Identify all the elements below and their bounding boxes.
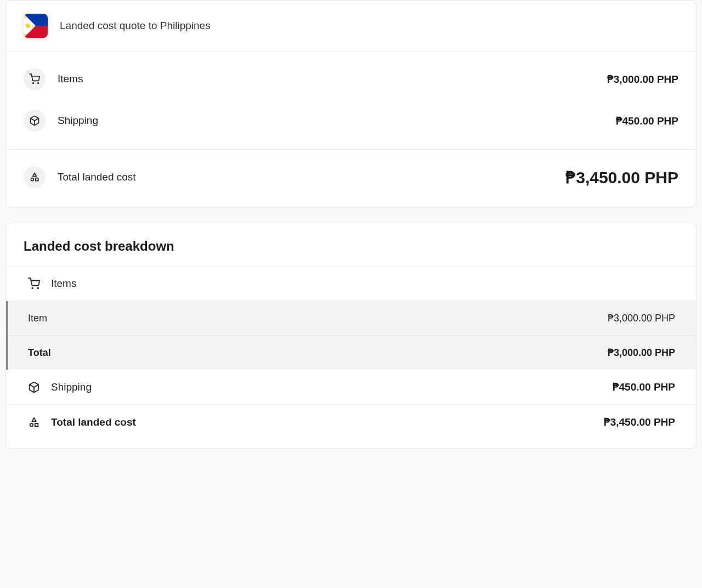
cart-icon xyxy=(24,68,46,90)
cart-icon xyxy=(28,278,40,290)
quote-header: Landed cost quote to Philippines xyxy=(6,1,696,52)
svg-marker-20 xyxy=(32,417,36,421)
items-subtotal-label: Total xyxy=(28,347,51,359)
items-group-header[interactable]: Items xyxy=(6,267,696,301)
items-subtotal-value: ₱3,000.00 PHP xyxy=(608,347,675,359)
summary-label: Shipping xyxy=(58,115,98,127)
shipping-value: ₱450.00 PHP xyxy=(613,381,675,393)
package-icon xyxy=(24,110,46,132)
svg-point-12 xyxy=(38,83,39,84)
svg-rect-16 xyxy=(36,178,38,181)
summary-row-items: Items ₱3,000.00 PHP xyxy=(6,58,696,100)
items-group-label: Items xyxy=(51,278,76,290)
svg-point-18 xyxy=(37,287,38,289)
total-landed-label: Total landed cost xyxy=(51,416,136,428)
total-row: Total landed cost ₱3,450.00 PHP xyxy=(6,150,696,207)
breakdown-title: Landed cost breakdown xyxy=(6,223,696,267)
items-sub-table: Item ₱3,000.00 PHP Total ₱3,000.00 PHP xyxy=(6,301,696,370)
total-label: Total landed cost xyxy=(58,171,136,183)
svg-point-15 xyxy=(31,178,33,181)
summary-rows: Items ₱3,000.00 PHP Shipping ₱450.00 PHP xyxy=(6,52,696,149)
shipping-label: Shipping xyxy=(51,381,92,393)
svg-rect-22 xyxy=(35,423,38,426)
summary-row-shipping: Shipping ₱450.00 PHP xyxy=(6,100,696,142)
table-row: Item ₱3,000.00 PHP xyxy=(8,301,696,336)
svg-point-21 xyxy=(30,423,33,426)
svg-point-17 xyxy=(32,287,33,289)
breakdown-card: Landed cost breakdown Items Item ₱3,000.… xyxy=(5,223,697,449)
total-value: ₱3,450.00 PHP xyxy=(565,168,678,187)
quote-title: Landed cost quote to Philippines xyxy=(60,20,211,32)
item-value: ₱3,000.00 PHP xyxy=(608,312,675,324)
total-landed-value: ₱3,450.00 PHP xyxy=(604,416,675,428)
table-row-total: Total ₱3,000.00 PHP xyxy=(8,336,696,370)
shapes-icon xyxy=(24,166,46,188)
total-landed-row[interactable]: Total landed cost ₱3,450.00 PHP xyxy=(6,405,696,439)
shipping-row[interactable]: Shipping ₱450.00 PHP xyxy=(6,370,696,405)
summary-label: Items xyxy=(58,73,83,85)
philippines-flag-icon xyxy=(24,14,48,38)
summary-value: ₱450.00 PHP xyxy=(616,115,678,127)
shapes-icon xyxy=(28,416,40,428)
svg-point-11 xyxy=(33,83,34,84)
summary-value: ₱3,000.00 PHP xyxy=(607,73,678,86)
package-icon xyxy=(28,381,40,393)
item-label: Item xyxy=(28,313,47,324)
quote-card: Landed cost quote to Philippines Items ₱… xyxy=(5,0,697,207)
svg-marker-14 xyxy=(33,173,37,177)
